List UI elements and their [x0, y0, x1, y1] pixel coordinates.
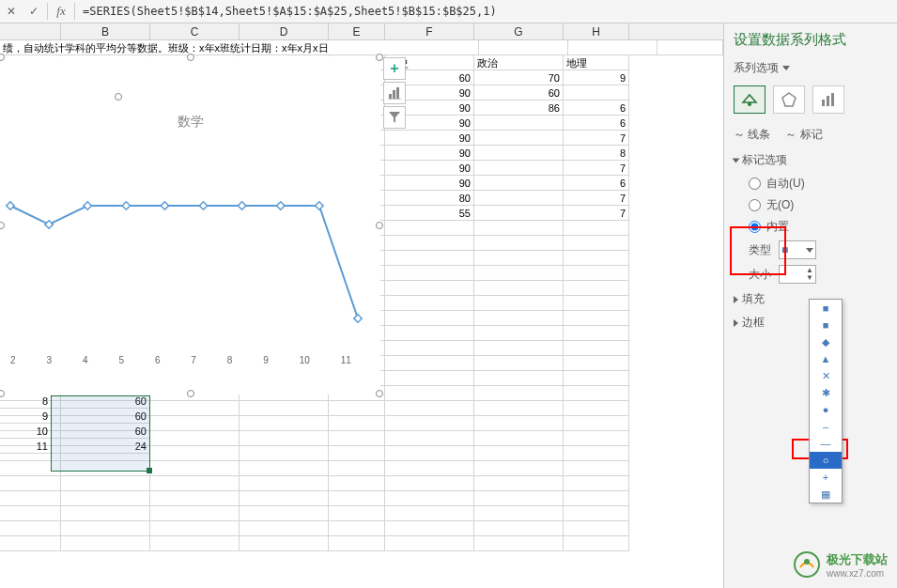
cell[interactable]: [564, 251, 629, 266]
cell[interactable]: [385, 251, 474, 266]
col-header[interactable]: H: [564, 23, 629, 39]
cell[interactable]: 地理: [564, 55, 629, 70]
chart[interactable]: 数学 234567891011 +: [0, 56, 380, 395]
cell[interactable]: [657, 40, 723, 55]
cell[interactable]: [329, 491, 385, 506]
cell[interactable]: [385, 221, 474, 236]
cell[interactable]: [240, 401, 329, 416]
cell[interactable]: [329, 536, 385, 551]
marker-type-dropdown[interactable]: ■■◆▲✕✱●–—○+▦: [809, 299, 843, 503]
cell[interactable]: 9: [564, 70, 629, 85]
cell[interactable]: [385, 296, 474, 311]
cell[interactable]: [474, 236, 564, 251]
cell[interactable]: [474, 281, 564, 296]
cell[interactable]: [474, 176, 564, 191]
cell[interactable]: [564, 236, 629, 251]
cell[interactable]: [474, 221, 564, 236]
cell[interactable]: [564, 341, 629, 356]
cell[interactable]: [564, 386, 629, 401]
formula-input[interactable]: =SERIES(Sheet5!$B$14,Sheet5!$A$15:$A$25,…: [77, 5, 897, 18]
cell[interactable]: 90: [385, 176, 474, 191]
cell[interactable]: [150, 401, 240, 416]
cell[interactable]: 8: [564, 146, 629, 161]
series-options-icon[interactable]: [812, 85, 844, 114]
cell[interactable]: 6: [564, 101, 629, 116]
cell[interactable]: [564, 536, 629, 551]
chart-filter-button[interactable]: [383, 106, 406, 129]
cell[interactable]: [474, 416, 564, 431]
cell[interactable]: [240, 536, 329, 551]
cell[interactable]: [385, 461, 474, 476]
cell[interactable]: [474, 386, 564, 401]
cell[interactable]: 55: [385, 206, 474, 221]
cell[interactable]: [474, 491, 564, 506]
cell[interactable]: [564, 371, 629, 386]
spreadsheet[interactable]: B C D E F G H 绩，自动统计学科的平均分等数据。班级：x年x班统计日…: [0, 23, 723, 588]
cell[interactable]: [329, 446, 385, 461]
chart-series[interactable]: [1, 140, 363, 347]
cell[interactable]: [150, 491, 240, 506]
cell[interactable]: [474, 401, 564, 416]
chart-title[interactable]: 数学: [1, 114, 379, 131]
col-header[interactable]: G: [474, 23, 564, 39]
resize-handle[interactable]: [187, 54, 194, 61]
cell[interactable]: [329, 416, 385, 431]
cell[interactable]: [0, 536, 61, 551]
cell[interactable]: [479, 40, 568, 55]
marker-option[interactable]: +: [810, 469, 842, 486]
chart-styles-button[interactable]: [383, 82, 406, 104]
cell[interactable]: [385, 311, 474, 326]
cell[interactable]: [150, 431, 240, 446]
cell[interactable]: [385, 356, 474, 371]
cell[interactable]: 60: [52, 394, 150, 409]
cell[interactable]: [329, 461, 385, 476]
cell[interactable]: [564, 521, 629, 536]
cell[interactable]: [564, 506, 629, 521]
cell[interactable]: [0, 491, 61, 506]
marker-option[interactable]: ◆: [810, 333, 842, 350]
marker-option[interactable]: ✱: [810, 384, 842, 401]
cell[interactable]: 政治: [474, 55, 564, 70]
cell[interactable]: 60: [52, 409, 150, 424]
cell[interactable]: [329, 401, 385, 416]
cell[interactable]: 7: [564, 191, 629, 206]
cell[interactable]: [240, 521, 329, 536]
cell[interactable]: [564, 431, 629, 446]
cell[interactable]: [61, 461, 150, 476]
cell[interactable]: [564, 461, 629, 476]
col-header[interactable]: B: [61, 23, 150, 39]
cell[interactable]: [564, 446, 629, 461]
cell[interactable]: 24: [52, 439, 150, 454]
cell[interactable]: [474, 536, 564, 551]
cell[interactable]: [329, 521, 385, 536]
cell[interactable]: [61, 491, 150, 506]
cell[interactable]: 6: [564, 116, 629, 131]
cell[interactable]: [564, 311, 629, 326]
cell[interactable]: [474, 191, 564, 206]
marker-option[interactable]: ■: [810, 317, 842, 333]
cell[interactable]: [240, 416, 329, 431]
cell[interactable]: 90: [385, 161, 474, 176]
series-options-dropdown[interactable]: 系列选项: [734, 60, 790, 76]
cell[interactable]: [385, 491, 474, 506]
cell[interactable]: [150, 416, 240, 431]
cell[interactable]: 6: [564, 176, 629, 191]
cell[interactable]: [564, 476, 629, 491]
cell[interactable]: [329, 476, 385, 491]
series-handle[interactable]: [115, 93, 122, 101]
cell[interactable]: [61, 536, 150, 551]
cell[interactable]: [474, 431, 564, 446]
cell[interactable]: 90: [385, 146, 474, 161]
cell[interactable]: [329, 431, 385, 446]
marker-option[interactable]: ▦: [810, 486, 842, 503]
cell[interactable]: [385, 416, 474, 431]
cell[interactable]: [150, 506, 240, 521]
col-header[interactable]: [0, 23, 61, 39]
cell[interactable]: [385, 506, 474, 521]
cell[interactable]: [385, 341, 474, 356]
cell[interactable]: [385, 521, 474, 536]
marker-option[interactable]: ▲: [810, 350, 842, 367]
cell[interactable]: [240, 461, 329, 476]
marker-option[interactable]: —: [810, 435, 842, 452]
radio-auto[interactable]: 自动(U): [749, 176, 888, 192]
